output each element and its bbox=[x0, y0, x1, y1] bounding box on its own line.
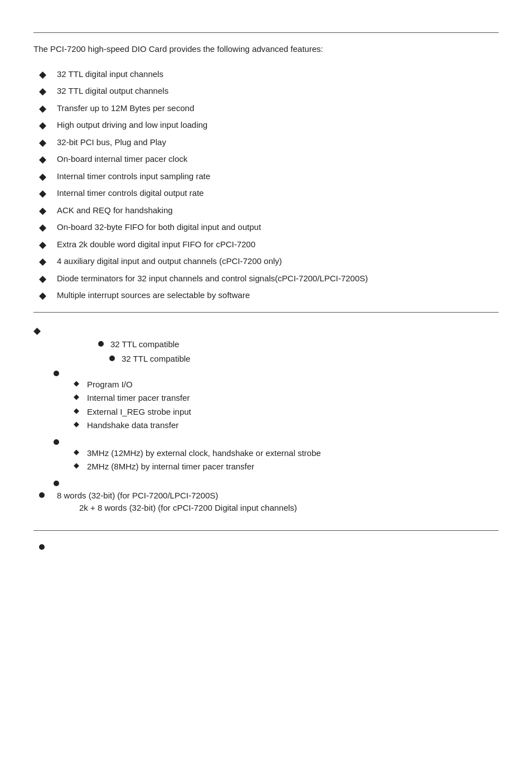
feature-text: High output driving and low input loadin… bbox=[57, 119, 499, 132]
circle-bullet-icon bbox=[98, 341, 104, 347]
section3 bbox=[33, 541, 499, 550]
list-item: ◆ Internal timer pacer transfer bbox=[74, 392, 191, 405]
small-diamond-icon: ◆ bbox=[74, 379, 83, 387]
diamond-icon bbox=[39, 85, 49, 95]
diamond-icon bbox=[39, 205, 49, 215]
list-item: ◆ Program I/O bbox=[74, 378, 191, 391]
feature-text: Internal timer controls digital output r… bbox=[57, 187, 499, 200]
list-item: Diode terminators for 32 input channels … bbox=[33, 272, 499, 285]
feature-text: 32 TTL digital input channels bbox=[57, 68, 499, 81]
diamond-icon bbox=[39, 171, 49, 181]
feature-text: ACK and REQ for handshaking bbox=[57, 204, 499, 217]
diamond-icon bbox=[33, 325, 43, 335]
list-item: Internal timer controls digital output r… bbox=[33, 187, 499, 200]
top-divider bbox=[33, 32, 499, 33]
feature-text: 32 TTL digital output channels bbox=[57, 85, 499, 98]
feature-text: 4 auxiliary digital input and output cha… bbox=[57, 255, 499, 268]
fifo-row: 8 words (32-bit) (for PCI-7200/LPCI-7200… bbox=[33, 490, 499, 515]
diamond-icon bbox=[39, 103, 49, 113]
circle-bullet-icon bbox=[39, 492, 45, 498]
small-diamond-icon: ◆ bbox=[74, 461, 83, 469]
fifo-line1: 8 words (32-bit) (for PCI-7200/LPCI-7200… bbox=[57, 490, 297, 502]
diamond-icon bbox=[39, 153, 49, 164]
diamond-icon bbox=[39, 137, 49, 147]
fifo-line2: 2k + 8 words (32-bit) (for cPCI-7200 Dig… bbox=[57, 502, 297, 515]
list-item: On-board 32-byte FIFO for both digital i… bbox=[33, 221, 499, 234]
sub-item-text: 32 TTL compatible bbox=[122, 353, 499, 366]
list-item: ◆ Handshake data transfer bbox=[74, 419, 191, 432]
list-item: 32 TTL compatible bbox=[54, 353, 499, 366]
section2: 32 TTL compatible 32 TTL compatible ◆ Pr… bbox=[33, 323, 499, 515]
diamond-icon bbox=[39, 222, 49, 232]
middle-divider bbox=[33, 312, 499, 313]
diamond-icon bbox=[39, 239, 49, 249]
diamond-icon bbox=[39, 188, 49, 198]
list-item: 32 TTL compatible bbox=[54, 338, 499, 351]
diamond-icon bbox=[39, 290, 49, 300]
list-item: ◆ External I_REG strobe input bbox=[74, 406, 191, 419]
list-item: 32 TTL digital output channels bbox=[33, 85, 499, 98]
list-item: ◆ Program I/O ◆ Internal timer pacer tra… bbox=[54, 368, 499, 434]
feature-text: On-board internal timer pacer clock bbox=[57, 153, 499, 166]
list-item: 4 auxiliary digital input and output cha… bbox=[33, 255, 499, 268]
list-item bbox=[54, 478, 499, 486]
small-diamond-icon: ◆ bbox=[74, 392, 83, 401]
list-item: On-board internal timer pacer clock bbox=[33, 153, 499, 166]
feature-text: Multiple interrupt sources are selectabl… bbox=[57, 289, 499, 302]
feature-text: 32-bit PCI bus, Plug and Play bbox=[57, 136, 499, 149]
small-diamond-icon: ◆ bbox=[74, 448, 83, 456]
list-item: ◆ 3MHz (12MHz) by external clock, handsh… bbox=[74, 447, 321, 460]
small-diamond-icon: ◆ bbox=[74, 420, 83, 428]
sub-list: 32 TTL compatible 32 TTL compatible ◆ Pr… bbox=[54, 338, 499, 486]
list-item: 32-bit PCI bus, Plug and Play bbox=[33, 136, 499, 149]
feature-text: On-board 32-byte FIFO for both digital i… bbox=[57, 221, 499, 234]
list-item: Multiple interrupt sources are selectabl… bbox=[33, 289, 499, 302]
list-item: High output driving and low input loadin… bbox=[33, 119, 499, 132]
list-item: Internal timer controls input sampling r… bbox=[33, 170, 499, 183]
diamond-icon bbox=[39, 273, 49, 283]
feature-text: Internal timer controls input sampling r… bbox=[57, 170, 499, 183]
intro-text: The PCI-7200 high-speed DIO Card provide… bbox=[33, 43, 499, 56]
bottom-divider bbox=[33, 530, 499, 531]
subsub-text: 2MHz (8MHz) by internal timer pacer tran… bbox=[87, 460, 254, 473]
list-item: ACK and REQ for handshaking bbox=[33, 204, 499, 217]
feature-text: Transfer up to 12M Bytes per second bbox=[57, 102, 499, 115]
sub-sub-list: ◆ Program I/O ◆ Internal timer pacer tra… bbox=[74, 378, 191, 433]
circle-bullet-icon bbox=[54, 371, 59, 376]
subsub-text: External I_REG strobe input bbox=[87, 406, 191, 419]
circle-bullet-icon bbox=[54, 481, 59, 486]
subsub-text: Internal timer pacer transfer bbox=[87, 392, 190, 405]
list-item: Extra 2k double word digital input FIFO … bbox=[33, 238, 499, 251]
sub-item-text: 32 TTL compatible bbox=[110, 338, 499, 351]
list-item: 32 TTL digital input channels bbox=[33, 68, 499, 81]
subsub-text: Program I/O bbox=[87, 378, 133, 391]
subsub-text: Handshake data transfer bbox=[87, 419, 178, 432]
list-item: Transfer up to 12M Bytes per second bbox=[33, 102, 499, 115]
page: The PCI-7200 high-speed DIO Card provide… bbox=[0, 0, 532, 572]
diamond-icon bbox=[39, 256, 49, 266]
features-list: 32 TTL digital input channels 32 TTL dig… bbox=[33, 68, 499, 302]
feature-text: Extra 2k double word digital input FIFO … bbox=[57, 238, 499, 251]
sub-sub-list-speeds: ◆ 3MHz (12MHz) by external clock, handsh… bbox=[74, 447, 321, 474]
small-diamond-icon: ◆ bbox=[74, 406, 83, 415]
circle-bullet-icon bbox=[54, 439, 59, 445]
circle-bullet-icon bbox=[39, 544, 45, 550]
subsub-text: 3MHz (12MHz) by external clock, handshak… bbox=[87, 447, 321, 460]
circle-bullet-icon bbox=[109, 356, 115, 361]
list-item: ◆ 2MHz (8MHz) by internal timer pacer tr… bbox=[74, 460, 321, 473]
outer-diamond-item bbox=[33, 323, 499, 335]
feature-text: Diode terminators for 32 input channels … bbox=[57, 272, 499, 285]
diamond-icon bbox=[39, 119, 49, 129]
list-item: ◆ 3MHz (12MHz) by external clock, handsh… bbox=[54, 436, 499, 476]
diamond-icon bbox=[39, 69, 49, 79]
